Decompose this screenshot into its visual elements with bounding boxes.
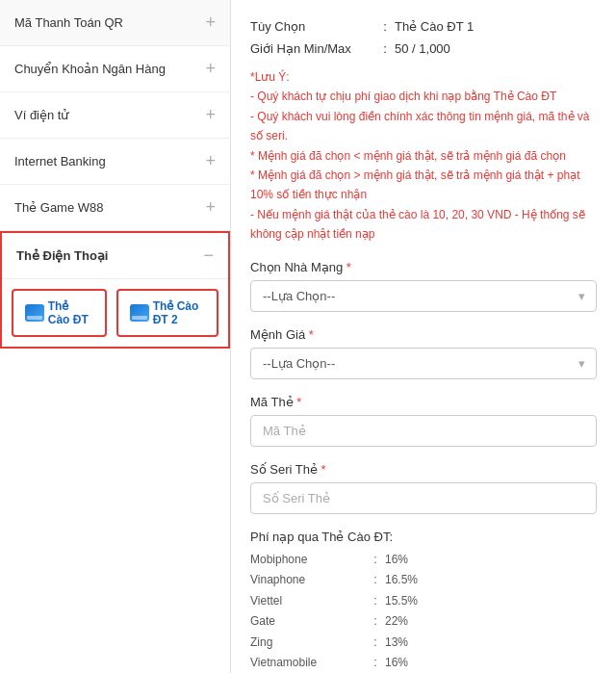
option-row: Tùy Chọn : Thẻ Cào ĐT 1 <box>250 19 597 34</box>
card-code-label: Mã Thẻ * <box>250 395 597 409</box>
denomination-required: * <box>309 327 314 342</box>
network-select[interactable]: --Lựa Chọn-- <box>250 280 597 312</box>
card-code-required: * <box>296 395 301 409</box>
serial-label: Số Seri Thẻ * <box>250 462 597 477</box>
serial-input[interactable] <box>250 482 597 514</box>
denomination-select-wrapper: --Lựa Chọn-- <box>250 348 597 379</box>
sidebar-item-game[interactable]: Thẻ Game W88 + <box>0 185 230 231</box>
limit-value: 50 / 1,000 <box>395 41 450 56</box>
note-line-1: - Quý khách vui lòng điền chính xác thôn… <box>250 107 597 146</box>
note-title: *Lưu Ý: <box>250 67 597 87</box>
collapse-icon-phone: − <box>203 246 214 266</box>
denomination-select[interactable]: --Lựa Chọn-- <box>250 348 597 379</box>
expand-icon-qr: + <box>205 13 216 33</box>
network-label: Chọn Nhà Mạng * <box>250 260 597 274</box>
expand-icon-game: + <box>205 197 216 218</box>
option-value: Thẻ Cào ĐT 1 <box>395 19 474 34</box>
card-code-group: Mã Thẻ * <box>250 395 597 447</box>
fee-row-2: Viettel : 15.5% <box>250 591 597 612</box>
fee-row-5: Vietnamobile : 16% <box>250 653 597 673</box>
fee-row-4: Zing : 13% <box>250 633 597 654</box>
card-code-input[interactable] <box>250 415 597 447</box>
card-icon-1 <box>25 304 44 322</box>
note-line-0: - Quý khách tự chịu phí giao dịch khi nạ… <box>250 87 597 106</box>
sidebar-section-phone: Thẻ Điện Thoại − Thẻ Cào ĐT Thẻ Cào ĐT 2 <box>0 231 230 349</box>
card-icon-2 <box>130 304 149 322</box>
expand-icon-ewallet: + <box>205 105 216 125</box>
sidebar: Mã Thanh Toán QR + Chuyển Khoản Ngân Hàn… <box>0 0 231 673</box>
fee-title: Phí nạp qua Thẻ Cào ĐT: <box>250 530 597 544</box>
note-line-4: - Nếu mệnh giá thật của thẻ cào là 10, 2… <box>250 205 597 245</box>
serial-required: * <box>321 462 326 477</box>
expand-icon-internet: + <box>205 151 216 171</box>
fee-row-3: Gate : 22% <box>250 611 597 633</box>
limit-colon: : <box>375 41 395 56</box>
card-option-2[interactable]: Thẻ Cào ĐT 2 <box>116 289 218 337</box>
option-colon: : <box>375 19 395 34</box>
main-content: Tùy Chọn : Thẻ Cào ĐT 1 Giới Hạn Min/Max… <box>231 0 616 673</box>
limit-label: Giới Hạn Min/Max <box>250 41 375 56</box>
expand-icon-bank: + <box>205 59 216 79</box>
sidebar-item-ewallet[interactable]: Ví điện tử + <box>0 92 230 139</box>
network-group: Chọn Nhà Mạng * --Lựa Chọn-- <box>250 260 597 312</box>
note-line-2: * Mệnh giá đã chọn < mệnh giá thật, sẽ t… <box>250 146 597 166</box>
fee-row-1: Vinaphone : 16.5% <box>250 570 597 591</box>
fee-section: Phí nạp qua Thẻ Cào ĐT: Mobiphone : 16% … <box>250 530 597 673</box>
phone-card-options: Thẻ Cào ĐT Thẻ Cào ĐT 2 <box>2 279 228 347</box>
network-required: * <box>346 260 351 274</box>
fee-row-0: Mobiphone : 16% <box>250 550 597 571</box>
sidebar-item-internet[interactable]: Internet Banking + <box>0 139 230 185</box>
denomination-label: Mệnh Giá * <box>250 327 597 342</box>
limit-row: Giới Hạn Min/Max : 50 / 1,000 <box>250 41 597 56</box>
serial-group: Số Seri Thẻ * <box>250 462 597 514</box>
sidebar-item-qr[interactable]: Mã Thanh Toán QR + <box>0 0 230 46</box>
note-line-3: * Mệnh giá đã chọn > mệnh giá thật, sẽ t… <box>250 166 597 205</box>
network-select-wrapper: --Lựa Chọn-- <box>250 280 597 312</box>
sidebar-item-bank[interactable]: Chuyển Khoản Ngân Hàng + <box>0 46 230 92</box>
sidebar-item-phone[interactable]: Thẻ Điện Thoại − <box>2 233 228 279</box>
card-option-1[interactable]: Thẻ Cào ĐT <box>12 289 107 337</box>
note-section: *Lưu Ý: - Quý khách tự chịu phí giao dịc… <box>250 67 597 245</box>
denomination-group: Mệnh Giá * --Lựa Chọn-- <box>250 327 597 379</box>
option-label: Tùy Chọn <box>250 19 375 34</box>
